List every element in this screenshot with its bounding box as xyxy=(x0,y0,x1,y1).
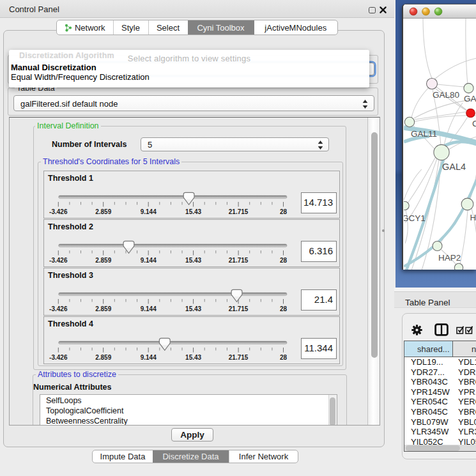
svg-text:9.144: 9.144 xyxy=(141,354,157,361)
svg-text:2.859: 2.859 xyxy=(95,257,111,264)
svg-text:2.859: 2.859 xyxy=(95,208,111,215)
svg-text:-3.426: -3.426 xyxy=(49,354,68,361)
svg-text:GAL80: GAL80 xyxy=(433,90,459,100)
svg-text:2.859: 2.859 xyxy=(95,354,111,361)
svg-text:CY: CY xyxy=(472,119,476,128)
svg-text:21.715: 21.715 xyxy=(229,208,249,215)
svg-text:GAL11: GAL11 xyxy=(411,129,437,139)
svg-text:9.144: 9.144 xyxy=(141,208,157,215)
svg-text:9.144: 9.144 xyxy=(141,305,157,312)
svg-text:15.43: 15.43 xyxy=(185,305,201,312)
svg-text:21.715: 21.715 xyxy=(229,305,249,312)
svg-text:-3.426: -3.426 xyxy=(49,208,68,215)
svg-text:GAL4: GAL4 xyxy=(442,162,466,172)
svg-text:15.43: 15.43 xyxy=(185,354,201,361)
svg-text:21.715: 21.715 xyxy=(229,354,249,361)
svg-text:9.144: 9.144 xyxy=(141,257,157,264)
svg-text:HAP2: HAP2 xyxy=(438,253,461,263)
svg-text:HIS: HIS xyxy=(470,213,476,222)
svg-text:-3.426: -3.426 xyxy=(49,305,68,312)
svg-text:28: 28 xyxy=(280,208,288,215)
svg-text:28: 28 xyxy=(280,257,288,264)
svg-text:GAL3: GAL3 xyxy=(464,94,476,104)
svg-text:-3.426: -3.426 xyxy=(49,257,68,264)
svg-text:15.43: 15.43 xyxy=(185,208,201,215)
svg-text:28: 28 xyxy=(280,354,288,361)
svg-text:2.859: 2.859 xyxy=(95,305,111,312)
svg-text:GCY1: GCY1 xyxy=(404,213,426,223)
svg-text:28: 28 xyxy=(280,305,288,312)
svg-text:21.715: 21.715 xyxy=(229,257,249,264)
svg-text:15.43: 15.43 xyxy=(185,257,201,264)
